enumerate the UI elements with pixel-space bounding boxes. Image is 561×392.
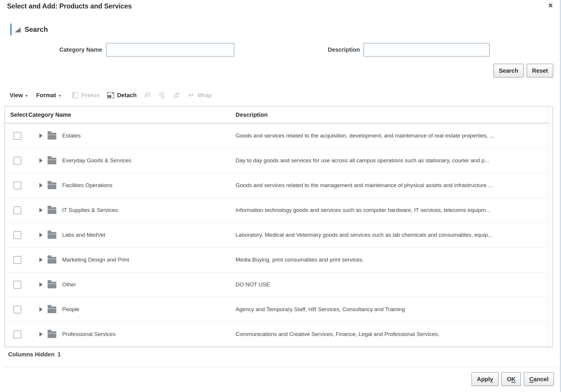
folder-icon bbox=[48, 331, 56, 338]
row-select-checkbox[interactable] bbox=[13, 231, 21, 239]
go-up-icon bbox=[144, 91, 151, 99]
expand-row-icon[interactable] bbox=[39, 208, 43, 212]
accent-bar bbox=[10, 24, 12, 35]
category-cell: Marketing Design and Print bbox=[28, 256, 236, 264]
category-name-text[interactable]: Marketing Design and Print bbox=[62, 257, 129, 263]
table-row[interactable]: Marketing Design and Print Media Buying,… bbox=[5, 248, 553, 272]
row-select-checkbox[interactable] bbox=[13, 330, 21, 338]
expand-row-icon[interactable] bbox=[39, 183, 43, 188]
category-name-text[interactable]: People bbox=[62, 306, 79, 313]
category-name-text[interactable]: Facilities Operations bbox=[62, 182, 112, 189]
view-menu-button[interactable]: View ▼ bbox=[10, 92, 28, 99]
row-select-checkbox[interactable] bbox=[13, 281, 21, 289]
detach-icon[interactable] bbox=[107, 91, 114, 99]
select-cell bbox=[5, 231, 28, 239]
close-icon[interactable]: × bbox=[548, 2, 553, 10]
expand-row-icon[interactable] bbox=[39, 307, 43, 312]
table-row[interactable]: Other DO NOT USE bbox=[5, 272, 553, 297]
column-header-select[interactable]: Select bbox=[5, 111, 28, 118]
columns-hidden-status: Columns Hidden1 bbox=[8, 351, 61, 358]
search-actions: Search Reset bbox=[493, 64, 553, 78]
table-toolbar: View ▼ Format ▼ Freeze Detach ↵ Wrap bbox=[10, 88, 212, 102]
select-cell bbox=[5, 256, 28, 264]
table-row[interactable]: Facilities Operations Goods and services… bbox=[5, 173, 553, 198]
description-input[interactable] bbox=[363, 43, 490, 57]
freeze-button-label: Freeze bbox=[81, 92, 100, 99]
columns-hidden-count: 1 bbox=[58, 351, 61, 358]
footer-divider bbox=[4, 367, 557, 367]
columns-hidden-label: Columns Hidden bbox=[8, 351, 55, 358]
chevron-down-icon: ▼ bbox=[58, 93, 61, 97]
table-header-row: Select Category Name Description bbox=[5, 107, 553, 123]
category-cell: Facilities Operations bbox=[28, 182, 236, 189]
category-description-text: Communications and Creative Services, Fi… bbox=[236, 331, 553, 337]
category-name-text[interactable]: Estates bbox=[62, 133, 81, 139]
apply-button[interactable]: Apply bbox=[471, 372, 499, 386]
detach-button-label[interactable]: Detach bbox=[117, 92, 137, 99]
page-title: Select and Add: Products and Services bbox=[7, 2, 132, 10]
table-row[interactable]: People Agency and Temporary Staff, HR Se… bbox=[5, 297, 553, 322]
folder-icon bbox=[48, 306, 56, 313]
category-name-input[interactable] bbox=[106, 43, 234, 57]
select-cell bbox=[5, 306, 28, 313]
category-name-text[interactable]: Other bbox=[62, 281, 76, 288]
wrap-button-label: Wrap bbox=[198, 92, 212, 99]
category-description-text: Laboratory, Medical and Veterinary goods… bbox=[236, 232, 553, 238]
table-row[interactable]: Labs and MedVet Laboratory, Medical and … bbox=[5, 223, 553, 248]
category-name-label: Category Name bbox=[29, 43, 102, 56]
category-cell: Everyday Goods & Services bbox=[28, 157, 236, 164]
table-row[interactable]: Estates Goods and services related to th… bbox=[5, 123, 553, 148]
folder-icon bbox=[48, 282, 56, 288]
ok-button[interactable]: OK bbox=[501, 372, 521, 386]
folder-icon bbox=[48, 207, 56, 214]
row-select-checkbox[interactable] bbox=[13, 206, 21, 214]
row-select-checkbox[interactable] bbox=[13, 132, 21, 140]
expand-row-icon[interactable] bbox=[39, 282, 43, 287]
format-menu-button[interactable]: Format ▼ bbox=[36, 92, 61, 99]
table-row[interactable]: Everyday Goods & Services Day to day goo… bbox=[5, 148, 553, 173]
expand-row-icon[interactable] bbox=[39, 133, 43, 138]
category-name-text[interactable]: IT Supplies & Services bbox=[62, 207, 118, 213]
expand-row-icon[interactable] bbox=[39, 332, 43, 337]
row-select-checkbox[interactable] bbox=[13, 182, 21, 189]
reset-button[interactable]: Reset bbox=[527, 64, 553, 78]
category-cell: Labs and MedVet bbox=[28, 231, 236, 239]
vertical-scrollbar[interactable] bbox=[548, 107, 553, 347]
category-name-text[interactable]: Labs and MedVet bbox=[62, 232, 105, 238]
select-cell bbox=[5, 330, 28, 338]
category-name-text[interactable]: Everyday Goods & Services bbox=[62, 157, 131, 164]
category-cell: Other bbox=[28, 281, 236, 288]
category-cell: Estates bbox=[28, 132, 236, 140]
search-section-header: Search bbox=[10, 23, 48, 36]
go-to-top-icon bbox=[158, 91, 166, 99]
collapse-disclosure-icon[interactable] bbox=[15, 27, 21, 32]
cancel-button[interactable]: Cancel bbox=[524, 372, 554, 386]
row-select-checkbox[interactable] bbox=[13, 157, 21, 165]
category-description-text: Information technology goods and service… bbox=[236, 207, 553, 213]
category-description-text: Day to day goods and services for use ac… bbox=[236, 157, 553, 164]
view-menu-label: View bbox=[10, 92, 23, 99]
chevron-down-icon: ▼ bbox=[25, 93, 28, 97]
select-cell bbox=[5, 132, 28, 140]
table-body: Estates Goods and services related to th… bbox=[5, 123, 553, 347]
wrap-icon: ↵ bbox=[187, 91, 195, 99]
column-header-category-name[interactable]: Category Name bbox=[28, 111, 236, 118]
category-description-text: Goods and services related to the manage… bbox=[236, 182, 553, 189]
expand-row-icon[interactable] bbox=[39, 158, 43, 163]
expand-row-icon[interactable] bbox=[39, 233, 43, 237]
expand-row-icon[interactable] bbox=[39, 257, 43, 262]
folder-icon bbox=[48, 257, 56, 264]
select-cell bbox=[5, 157, 28, 165]
row-select-checkbox[interactable] bbox=[13, 256, 21, 264]
category-name-text[interactable]: Professional Services bbox=[62, 331, 116, 337]
column-header-description[interactable]: Description bbox=[236, 111, 553, 118]
search-button[interactable]: Search bbox=[493, 64, 524, 78]
freeze-icon bbox=[71, 91, 79, 99]
dialog-right-border bbox=[560, 0, 561, 392]
table-row[interactable]: IT Supplies & Services Information techn… bbox=[5, 198, 553, 223]
category-description-text: Goods and services related to the acquis… bbox=[236, 133, 553, 139]
folder-icon bbox=[48, 182, 56, 189]
row-select-checkbox[interactable] bbox=[13, 306, 21, 313]
table-row[interactable]: Professional Services Communications and… bbox=[5, 322, 553, 347]
folder-icon bbox=[48, 133, 56, 140]
